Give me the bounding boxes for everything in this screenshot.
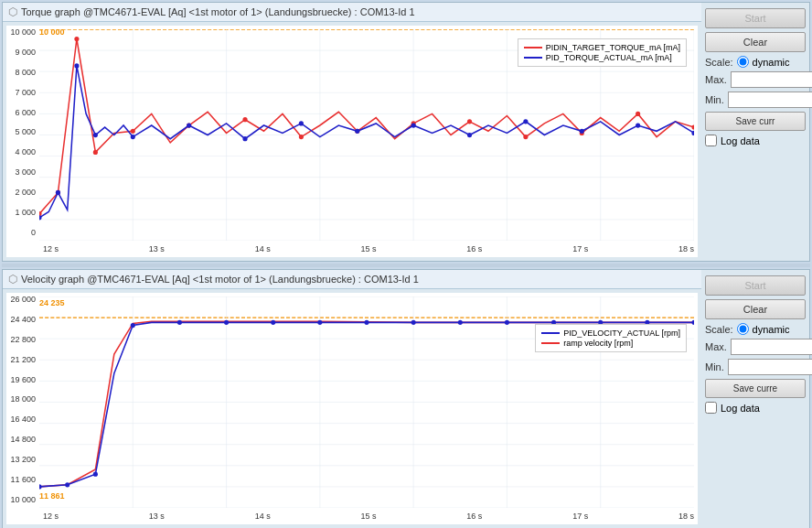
torque-min-label: Min. [705,94,724,105]
svg-point-28 [467,119,472,124]
velocity-start-button[interactable]: Start [705,275,806,296]
velocity-legend: PID_VELOCITY_ACTUAL [rpm] ramp velocity … [535,324,687,352]
velocity-scale-label: Scale: [705,324,733,335]
torque-min-row: Min. [705,92,806,108]
torque-max-input[interactable] [731,71,812,88]
torque-legend: PIDIN_TARGET_TORQUE_mA [mA] PID_TORQUE_A… [518,38,687,67]
torque-controls: Start Clear Scale: dynamic Max. Min. Sav… [701,3,809,261]
velocity-clear-button[interactable]: Clear [705,299,806,319]
velocity-min-input[interactable] [728,359,812,375]
velocity-title: ⬡ Velocity graph @TMC4671-EVAL [Aq] <1st… [3,270,701,289]
svg-point-66 [65,482,69,487]
velocity-max-input[interactable] [731,339,812,355]
svg-point-24 [242,117,247,122]
svg-point-67 [93,472,98,477]
svg-point-20 [74,37,79,41]
velocity-min-label: 11 861 [39,491,65,501]
svg-point-31 [636,112,640,116]
torque-legend-color-1 [524,47,542,48]
torque-log-label: Log data [721,135,760,146]
velocity-scale-radio[interactable] [737,323,749,335]
torque-scale-label: Scale: [705,57,733,68]
torque-legend-item-1: PIDIN_TARGET_TORQUE_mA [mA] [524,43,680,52]
velocity-max-label: 24 235 [39,298,65,307]
velocity-legend-color-1 [541,332,560,334]
torque-title-text: Torque graph @TMC4671-EVAL [Aq] <1st mot… [21,6,415,17]
velocity-x-axis: 12 s 13 s 14 s 15 s 16 s 17 s 18 s [39,508,698,524]
svg-point-21 [93,150,98,155]
velocity-save-button[interactable]: Save curre [705,379,806,398]
velocity-max-row: Max. [705,339,806,355]
torque-scale-row: Scale: dynamic [705,56,806,68]
velocity-icon: ⬡ [8,273,17,286]
velocity-title-text: Velocity graph @TMC4671-EVAL [Aq] <1st m… [21,274,419,285]
velocity-legend-label-2: ramp velocity [rpm] [563,339,633,348]
svg-point-37 [131,135,135,139]
velocity-controls: Start Clear Scale: dynamic Max. Min. Sav… [701,270,809,528]
torque-max-row: Max. [705,71,806,88]
svg-point-68 [131,323,135,328]
torque-log-checkbox[interactable] [705,135,717,146]
velocity-log-row: Log data [705,402,806,414]
torque-min-input[interactable] [728,92,812,108]
panel-divider [2,264,810,267]
torque-title: ⬡ Torque graph @TMC4671-EVAL [Aq] <1st m… [3,3,701,22]
svg-point-69 [177,320,182,325]
torque-clear-button[interactable]: Clear [705,32,806,52]
svg-point-46 [636,123,640,127]
torque-max-label: Max. [705,74,727,85]
velocity-legend-item-2: ramp velocity [rpm] [541,339,680,348]
torque-chart: 10 000 9 000 8 000 7 000 6 000 5 000 4 0… [6,26,698,257]
svg-point-39 [242,136,247,141]
velocity-scale-row: Scale: dynamic [705,323,806,335]
svg-point-36 [93,133,98,137]
svg-point-22 [131,129,135,134]
svg-point-29 [523,135,528,139]
svg-point-40 [299,121,304,125]
velocity-legend-color-2 [541,342,560,344]
torque-start-button[interactable]: Start [705,8,806,28]
velocity-legend-item-1: PID_VELOCITY_ACTUAL [rpm] [541,329,680,338]
torque-panel: ⬡ Torque graph @TMC4671-EVAL [Aq] <1st m… [2,2,810,262]
torque-legend-color-2 [524,57,542,59]
svg-point-80 [691,320,694,325]
svg-point-35 [74,63,79,68]
torque-log-row: Log data [705,135,806,146]
velocity-log-label: Log data [721,403,760,414]
svg-point-75 [458,320,463,325]
torque-scale-radio[interactable] [737,56,749,68]
torque-y-axis: 10 000 9 000 8 000 7 000 6 000 5 000 4 0… [6,26,39,239]
velocity-scale-option: dynamic [753,324,790,335]
torque-legend-item-2: PID_TORQUE_ACTUAL_mA [mA] [524,53,680,62]
svg-point-70 [224,320,229,325]
torque-x-axis: 12 s 13 s 14 s 15 s 16 s 17 s 18 s [39,241,698,257]
svg-point-32 [691,124,694,129]
torque-save-button[interactable]: Save curr [705,112,806,131]
svg-point-42 [411,123,416,127]
svg-point-38 [187,123,191,127]
velocity-y-axis: 26 000 24 400 22 800 21 200 19 600 18 00… [6,293,39,506]
svg-point-45 [580,129,584,134]
velocity-chart-area: ⬡ Velocity graph @TMC4671-EVAL [Aq] <1st… [3,270,701,528]
velocity-log-checkbox[interactable] [705,402,717,414]
velocity-chart-inner: 24 235 11 861 [39,296,694,508]
svg-point-65 [39,484,42,489]
velocity-chart: 26 000 24 400 22 800 21 200 19 600 18 00… [6,293,698,524]
velocity-panel: ⬡ Velocity graph @TMC4671-EVAL [Aq] <1st… [2,269,810,528]
torque-icon: ⬡ [8,5,17,18]
svg-point-44 [523,119,528,124]
torque-legend-label-2: PID_TORQUE_ACTUAL_mA [mA] [546,53,672,62]
torque-legend-label-1: PIDIN_TARGET_TORQUE_mA [mA] [546,43,680,52]
svg-point-76 [505,320,509,325]
torque-chart-inner: 10 000 [39,29,694,241]
svg-point-74 [411,320,416,325]
velocity-min-row: Min. [705,359,806,375]
torque-max-label: 10 000 [39,27,65,37]
torque-chart-area: ⬡ Torque graph @TMC4671-EVAL [Aq] <1st m… [3,3,701,261]
svg-point-41 [355,129,359,134]
svg-point-73 [364,320,369,325]
velocity-max-label: Max. [705,341,727,352]
svg-point-43 [467,133,472,137]
velocity-legend-label-1: PID_VELOCITY_ACTUAL [rpm] [563,329,680,338]
svg-point-34 [56,190,60,195]
